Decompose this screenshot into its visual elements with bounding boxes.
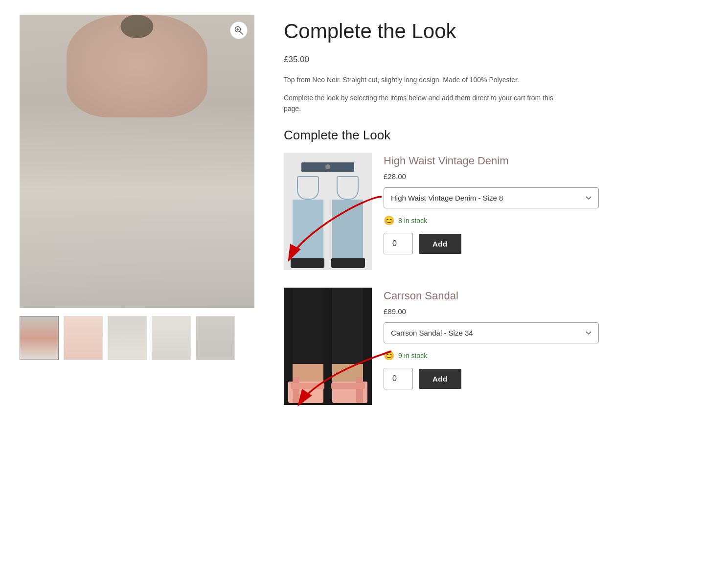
sandal-price: £89.00: [384, 307, 708, 316]
denim-variant-select[interactable]: High Waist Vintage Denim - Size 6 High W…: [384, 187, 599, 208]
denim-price: £28.00: [384, 172, 708, 181]
thumbnail-strip: [20, 316, 254, 360]
denim-stock-label: 8 in stock: [398, 217, 427, 225]
look-item-sandal: Carrson Sandal £89.00 Carrson Sandal - S…: [284, 288, 708, 405]
denim-stock-icon: 😊: [384, 215, 394, 226]
look-items-container: High Waist Vintage Denim £28.00 High Wai…: [284, 153, 708, 405]
thumbnail-4[interactable]: [152, 316, 191, 360]
main-product-image: [20, 15, 254, 308]
sandal-variant-select[interactable]: Carrson Sandal - Size 34 Carrson Sandal …: [384, 322, 599, 343]
denim-details: High Waist Vintage Denim £28.00 High Wai…: [384, 153, 708, 270]
sandal-add-row: Add: [384, 368, 708, 389]
denim-add-button[interactable]: Add: [419, 234, 461, 254]
denim-product-image: [284, 153, 372, 270]
thumbnail-1[interactable]: [20, 316, 59, 360]
product-description-1: Top from Neo Noir. Straight cut, slightl…: [284, 74, 558, 85]
complete-look-heading: Complete the Look: [284, 128, 708, 143]
sandal-stock-status: 😊 9 in stock: [384, 350, 708, 361]
svg-line-1: [240, 32, 243, 35]
thumbnail-5[interactable]: [196, 316, 235, 360]
page-container: Complete the Look £35.00 Top from Neo No…: [0, 0, 728, 437]
thumbnail-3[interactable]: [108, 316, 147, 360]
look-item-denim: High Waist Vintage Denim £28.00 High Wai…: [284, 153, 708, 270]
zoom-button[interactable]: [230, 22, 248, 39]
product-price: £35.00: [284, 55, 708, 65]
sandal-name: Carrson Sandal: [384, 290, 708, 302]
sandal-product-image: [284, 288, 372, 405]
denim-add-row: Add: [384, 233, 708, 254]
left-column: [20, 15, 254, 423]
denim-quantity-input[interactable]: [384, 233, 413, 254]
product-description-2: Complete the look by selecting the items…: [284, 92, 558, 114]
denim-stock-status: 😊 8 in stock: [384, 215, 708, 226]
denim-name: High Waist Vintage Denim: [384, 155, 708, 167]
sandal-add-button[interactable]: Add: [419, 369, 461, 389]
right-column: Complete the Look £35.00 Top from Neo No…: [284, 15, 708, 423]
sandal-stock-label: 9 in stock: [398, 352, 427, 360]
thumbnail-2[interactable]: [64, 316, 103, 360]
sandal-details: Carrson Sandal £89.00 Carrson Sandal - S…: [384, 288, 708, 405]
sandal-quantity-input[interactable]: [384, 368, 413, 389]
sandal-stock-icon: 😊: [384, 350, 394, 361]
product-title: Complete the Look: [284, 20, 708, 43]
